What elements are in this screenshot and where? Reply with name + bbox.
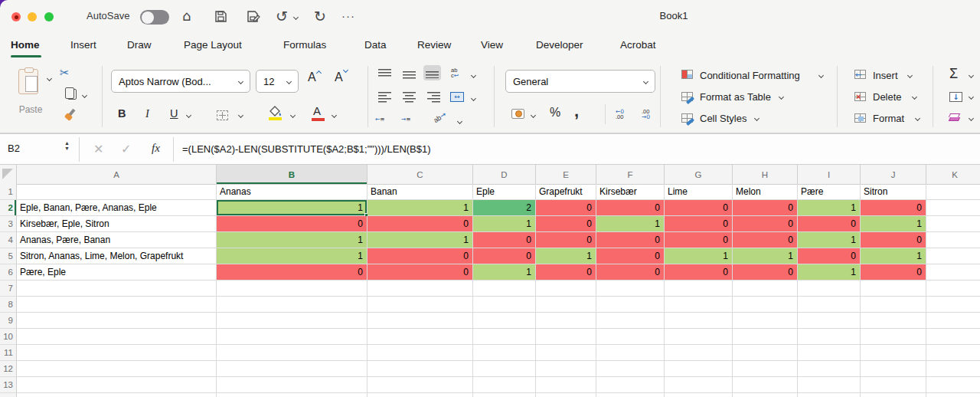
wrap-text-icon[interactable]: abc↩ — [451, 67, 459, 78]
cell-C7[interactable] — [368, 281, 473, 297]
cell-G2[interactable]: 0 — [665, 200, 733, 216]
column-header-I[interactable]: I — [798, 165, 861, 185]
insert-cells-button[interactable]: Insert — [873, 70, 898, 81]
merge-chevron-icon[interactable] — [471, 96, 476, 101]
cell-E7[interactable] — [536, 281, 596, 297]
column-header-J[interactable]: J — [861, 165, 926, 185]
cell-J3[interactable]: 1 — [861, 216, 926, 232]
cell-C4[interactable]: 1 — [368, 232, 473, 248]
cell-E10[interactable] — [536, 329, 596, 345]
font-name-select[interactable]: Aptos Narrow (Bod... — [111, 70, 250, 93]
align-left-icon[interactable] — [378, 92, 391, 103]
cell-F8[interactable] — [596, 297, 665, 313]
cell-B7[interactable] — [217, 281, 368, 297]
cell-C3[interactable]: 0 — [368, 216, 473, 232]
cell-A7[interactable] — [17, 281, 217, 297]
cell-I7[interactable] — [798, 281, 861, 297]
cell-A6[interactable]: Pære, Eple — [17, 264, 217, 281]
cell-K14[interactable] — [926, 393, 980, 397]
conditional-formatting-chevron-icon[interactable] — [818, 73, 824, 78]
cell-G13[interactable] — [665, 377, 733, 393]
font-color-icon[interactable]: A — [313, 104, 321, 117]
cell-F11[interactable] — [596, 345, 665, 361]
name-box-stepper[interactable]: ▲▼ — [64, 141, 70, 151]
undo-icon[interactable]: ↺ — [276, 8, 288, 24]
cell-K10[interactable] — [926, 329, 980, 345]
cell-B5[interactable]: 1 — [217, 248, 368, 264]
cell-J12[interactable] — [861, 361, 926, 377]
cell-K5[interactable] — [926, 248, 980, 264]
cell-A11[interactable] — [17, 345, 217, 361]
formula-input[interactable]: =(LEN($A2)-LEN(SUBSTITUTE($A2;B$1;"")))/… — [182, 143, 431, 155]
cell-E13[interactable] — [536, 377, 596, 393]
column-header-A[interactable]: A — [17, 165, 217, 185]
cell-E8[interactable] — [536, 297, 596, 313]
row-header-5[interactable]: 5 — [0, 248, 17, 264]
cell-D1[interactable]: Eple — [473, 184, 536, 200]
cell-F5[interactable]: 0 — [596, 248, 665, 264]
cell-D9[interactable] — [473, 313, 536, 329]
cell-C8[interactable] — [368, 297, 473, 313]
delete-cells-icon[interactable]: × — [854, 92, 866, 101]
cancel-icon[interactable]: ✕ — [93, 142, 103, 156]
cell-A4[interactable]: Ananas, Pære, Banan — [17, 232, 217, 248]
cell-J4[interactable]: 0 — [861, 232, 926, 248]
cell-B8[interactable] — [217, 297, 368, 313]
cell-E6[interactable]: 0 — [536, 264, 596, 281]
align-top-icon[interactable] — [378, 69, 391, 80]
cell-D7[interactable] — [473, 281, 536, 297]
cell-J9[interactable] — [861, 313, 926, 329]
comma-style-icon[interactable]: , — [574, 101, 579, 121]
insert-function-icon[interactable]: fx — [152, 142, 160, 155]
increase-decimal-icon[interactable]: ←0.00 — [616, 109, 624, 120]
cell-I2[interactable]: 1 — [798, 200, 861, 216]
undo-chevron-icon[interactable] — [293, 15, 299, 20]
column-header-B[interactable]: B — [217, 165, 368, 185]
cell-D8[interactable] — [473, 297, 536, 313]
bold-button[interactable]: B — [118, 107, 126, 120]
cell-K9[interactable] — [926, 313, 980, 329]
cell-C14[interactable] — [368, 393, 473, 397]
cell-I9[interactable] — [798, 313, 861, 329]
cell-E5[interactable]: 1 — [536, 248, 596, 264]
autosave-toggle[interactable] — [140, 10, 169, 25]
cell-E11[interactable] — [536, 345, 596, 361]
font-color-chevron-icon[interactable] — [332, 113, 337, 118]
save-icon[interactable] — [214, 10, 227, 26]
cell-G12[interactable] — [665, 361, 733, 377]
cell-B10[interactable] — [217, 329, 368, 345]
delete-chevron-icon[interactable] — [912, 94, 917, 100]
align-bottom-icon[interactable] — [423, 65, 441, 80]
cell-J11[interactable] — [861, 345, 926, 361]
orientation-chevron-icon[interactable] — [457, 119, 462, 124]
accounting-chevron-icon[interactable] — [531, 113, 536, 118]
cell-H7[interactable] — [733, 281, 798, 297]
cell-I3[interactable]: 0 — [798, 216, 861, 232]
cell-A12[interactable] — [17, 361, 217, 377]
grow-font-button[interactable]: A — [308, 71, 320, 84]
column-header-H[interactable]: H — [733, 165, 798, 185]
cell-G1[interactable]: Lime — [665, 184, 733, 200]
cell-G4[interactable]: 0 — [665, 232, 733, 248]
cell-A1[interactable] — [17, 184, 217, 200]
cell-H14[interactable] — [733, 393, 798, 397]
row-header-11[interactable]: 11 — [0, 345, 17, 361]
autosum-icon[interactable]: Σ — [949, 66, 958, 82]
cell-B6[interactable]: 0 — [217, 264, 368, 281]
row-header-4[interactable]: 4 — [0, 232, 17, 248]
cell-H12[interactable] — [733, 361, 798, 377]
cell-E9[interactable] — [536, 313, 596, 329]
cell-A14[interactable] — [17, 393, 217, 397]
cell-G3[interactable]: 0 — [665, 216, 733, 232]
cell-K7[interactable] — [926, 281, 980, 297]
cell-C11[interactable] — [368, 345, 473, 361]
paste-label[interactable]: Paste — [14, 104, 47, 115]
column-header-C[interactable]: C — [368, 165, 473, 185]
cell-F3[interactable]: 1 — [596, 216, 665, 232]
format-as-table-button[interactable]: Format as Table — [700, 91, 771, 103]
cell-styles-chevron-icon[interactable] — [754, 116, 760, 121]
cell-D2[interactable]: 2 — [473, 200, 536, 216]
number-format-select[interactable]: General — [505, 70, 655, 93]
cell-E2[interactable]: 0 — [536, 200, 596, 216]
clear-chevron-icon[interactable] — [969, 116, 974, 121]
